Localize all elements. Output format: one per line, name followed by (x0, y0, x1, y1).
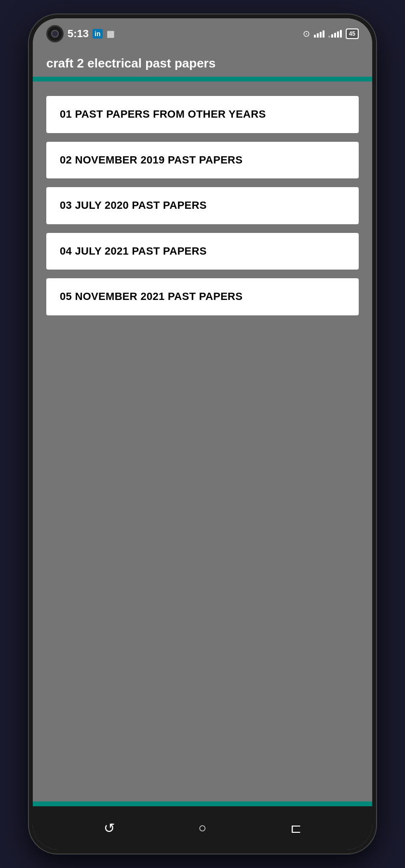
back-button[interactable]: ↺ (104, 820, 115, 836)
list-item-1-label: 01 PAST PAPERS FROM OTHER YEARS (60, 108, 345, 122)
status-bar: 5:13 in ▦ ⊙ 45 (33, 18, 372, 47)
camera-icon (46, 25, 64, 42)
list-item-5[interactable]: 05 NOVEMBER 2021 PAST PAPERS (46, 278, 359, 315)
time-display: 5:13 (68, 27, 89, 40)
status-left: 5:13 in ▦ (46, 25, 115, 42)
bottom-nav: ↺ ○ ⊏ (33, 806, 372, 850)
list-item-1[interactable]: 01 PAST PAPERS FROM OTHER YEARS (46, 96, 359, 133)
home-button[interactable]: ○ (199, 820, 207, 836)
list-item-2[interactable]: 02 NOVEMBER 2019 PAST PAPERS (46, 142, 359, 179)
status-right: ⊙ 45 (303, 28, 359, 39)
recents-button[interactable]: ⊏ (290, 820, 301, 836)
screen: 5:13 in ▦ ⊙ 45 (33, 18, 372, 850)
phone-frame: 5:13 in ▦ ⊙ 45 (29, 14, 376, 854)
header-teal-bar (33, 77, 372, 81)
list-item-4[interactable]: 04 JULY 2021 PAST PAPERS (46, 233, 359, 270)
list-item-2-label: 02 NOVEMBER 2019 PAST PAPERS (60, 153, 345, 167)
list-item-5-label: 05 NOVEMBER 2021 PAST PAPERS (60, 290, 345, 304)
app-header: craft 2 electrical past papers (33, 47, 372, 77)
app-title: craft 2 electrical past papers (46, 56, 359, 71)
recents-icon: ⊏ (290, 820, 301, 836)
list-container: 01 PAST PAPERS FROM OTHER YEARS 02 NOVEM… (33, 81, 372, 801)
signal-bars (314, 30, 342, 38)
list-item-3[interactable]: 03 JULY 2020 PAST PAPERS (46, 187, 359, 224)
linkedin-icon: in (93, 29, 102, 39)
news-icon: ▦ (107, 28, 115, 39)
home-icon: ○ (199, 820, 207, 836)
back-icon: ↺ (104, 820, 115, 836)
battery-indicator: 45 (346, 28, 359, 39)
list-item-3-label: 03 JULY 2020 PAST PAPERS (60, 199, 345, 213)
list-item-4-label: 04 JULY 2021 PAST PAPERS (60, 244, 345, 258)
app-content: craft 2 electrical past papers 01 PAST P… (33, 47, 372, 801)
bottom-teal-bar (33, 801, 372, 806)
location-icon: ⊙ (303, 28, 310, 39)
